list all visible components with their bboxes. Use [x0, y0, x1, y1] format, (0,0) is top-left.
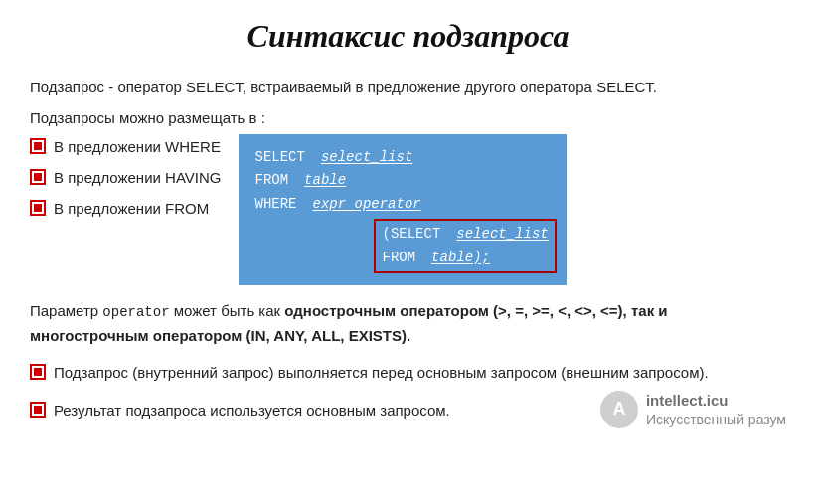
- code-kw-where: WHERE: [254, 193, 296, 217]
- watermark-logo: A: [600, 391, 638, 428]
- placement-list: В предложении WHERE В предложении HAVING…: [30, 134, 221, 229]
- checkbox-icon-1: [30, 138, 46, 154]
- inner-val-selectlist: select_list: [456, 223, 548, 247]
- operator-pre: Параметр: [30, 302, 102, 319]
- bottom-list: Подзапрос (внутренний запрос) выполняетс…: [30, 362, 786, 428]
- inner-subquery-box: (SELECT select_list FROM table);: [374, 219, 556, 274]
- watermark-subtitle: Искусственный разум: [646, 411, 786, 428]
- code-line-3: WHERE expr operator: [254, 193, 551, 217]
- list-item: В предложении WHERE: [30, 136, 221, 157]
- bottom-list-item-2: Результат подзапроса используется основн…: [30, 400, 450, 420]
- code-block: SELECT select_list FROM table WHERE expr…: [239, 134, 567, 286]
- bottom-item-label-2: Результат подзапроса используется основн…: [54, 400, 450, 420]
- code-val-selectlist: select_list: [321, 146, 412, 170]
- page-title: Синтаксис подзапроса: [30, 18, 786, 55]
- checkbox-icon-4: [30, 364, 46, 380]
- list-item: В предложении FROM: [30, 198, 221, 219]
- bottom-list-item-1: Подзапрос (внутренний запрос) выполняетс…: [30, 362, 786, 383]
- list-item: В предложении HAVING: [30, 167, 221, 188]
- bottom-row-2: Результат подзапроса используется основн…: [30, 391, 786, 428]
- watermark-site: intellect.icu: [646, 391, 786, 411]
- watermark-text: intellect.icu Искусственный разум: [646, 391, 786, 428]
- checkbox-icon-2: [30, 169, 46, 185]
- watermark-logo-letter: A: [612, 399, 625, 420]
- operator-mid: может быть как: [170, 302, 285, 319]
- inner-kw-select: (SELECT: [382, 223, 440, 247]
- inner-line-2: FROM table);: [382, 247, 548, 270]
- code-inner-box: (SELECT select_list FROM table);: [374, 217, 551, 274]
- list-item-label-1: В предложении WHERE: [54, 136, 221, 157]
- inner-val-table: table);: [431, 247, 490, 270]
- operator-description: Параметр operator может быть как одностр…: [30, 299, 786, 347]
- code-val-expr: expr operator: [313, 193, 421, 217]
- code-line-2: FROM table: [254, 169, 551, 193]
- code-kw-select: SELECT: [254, 146, 304, 170]
- list-item-label-2: В предложении HAVING: [54, 167, 221, 188]
- main-content: В предложении WHERE В предложении HAVING…: [30, 134, 786, 286]
- checkbox-icon-3: [30, 200, 46, 216]
- watermark: A intellect.icu Искусственный разум: [600, 391, 786, 428]
- code-val-table: table: [304, 169, 346, 193]
- bottom-item-label-1: Подзапрос (внутренний запрос) выполняетс…: [54, 362, 709, 383]
- checkbox-icon-5: [30, 402, 46, 418]
- inner-line-1: (SELECT select_list: [382, 223, 548, 247]
- code-kw-from: FROM: [254, 169, 288, 193]
- list-item-label-3: В предложении FROM: [54, 198, 209, 219]
- inner-kw-from: FROM: [382, 247, 415, 270]
- code-line-1: SELECT select_list: [254, 146, 551, 170]
- subheading-text: Подзапросы можно размещать в :: [30, 109, 786, 126]
- operator-mono: operator: [102, 304, 169, 320]
- intro-text: Подзапрос - оператор SELECT, встраиваемы…: [30, 77, 786, 99]
